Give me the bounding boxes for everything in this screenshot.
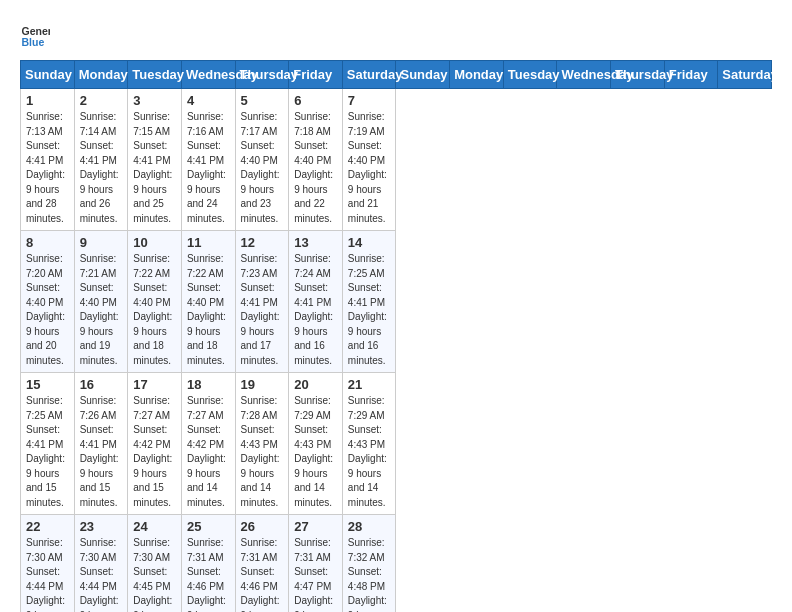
col-header-friday: Friday	[664, 61, 718, 89]
day-number: 25	[187, 519, 230, 534]
col-header-sunday: Sunday	[396, 61, 450, 89]
day-number: 7	[348, 93, 391, 108]
calendar-cell: 10 Sunrise: 7:22 AMSunset: 4:40 PMDaylig…	[128, 231, 182, 373]
day-number: 11	[187, 235, 230, 250]
day-info: Sunrise: 7:31 AMSunset: 4:47 PMDaylight:…	[294, 537, 333, 612]
col-header-thursday: Thursday	[235, 61, 289, 89]
day-number: 14	[348, 235, 391, 250]
calendar-header-row: SundayMondayTuesdayWednesdayThursdayFrid…	[21, 61, 772, 89]
calendar-cell: 3 Sunrise: 7:15 AMSunset: 4:41 PMDayligh…	[128, 89, 182, 231]
day-number: 5	[241, 93, 284, 108]
calendar-table: SundayMondayTuesdayWednesdayThursdayFrid…	[20, 60, 772, 612]
calendar-cell: 1 Sunrise: 7:13 AMSunset: 4:41 PMDayligh…	[21, 89, 75, 231]
calendar-cell: 23 Sunrise: 7:30 AMSunset: 4:44 PMDaylig…	[74, 515, 128, 613]
day-info: Sunrise: 7:25 AMSunset: 4:41 PMDaylight:…	[26, 395, 65, 508]
calendar-cell: 21 Sunrise: 7:29 AMSunset: 4:43 PMDaylig…	[342, 373, 396, 515]
calendar-cell: 4 Sunrise: 7:16 AMSunset: 4:41 PMDayligh…	[181, 89, 235, 231]
day-info: Sunrise: 7:16 AMSunset: 4:41 PMDaylight:…	[187, 111, 226, 224]
day-number: 22	[26, 519, 69, 534]
day-number: 9	[80, 235, 123, 250]
calendar-cell: 5 Sunrise: 7:17 AMSunset: 4:40 PMDayligh…	[235, 89, 289, 231]
calendar-cell: 17 Sunrise: 7:27 AMSunset: 4:42 PMDaylig…	[128, 373, 182, 515]
day-info: Sunrise: 7:24 AMSunset: 4:41 PMDaylight:…	[294, 253, 333, 366]
day-number: 6	[294, 93, 337, 108]
day-info: Sunrise: 7:26 AMSunset: 4:41 PMDaylight:…	[80, 395, 119, 508]
calendar-cell: 12 Sunrise: 7:23 AMSunset: 4:41 PMDaylig…	[235, 231, 289, 373]
day-info: Sunrise: 7:31 AMSunset: 4:46 PMDaylight:…	[241, 537, 280, 612]
day-info: Sunrise: 7:23 AMSunset: 4:41 PMDaylight:…	[241, 253, 280, 366]
col-header-thursday: Thursday	[611, 61, 665, 89]
calendar-week-row: 1 Sunrise: 7:13 AMSunset: 4:41 PMDayligh…	[21, 89, 772, 231]
calendar-cell: 24 Sunrise: 7:30 AMSunset: 4:45 PMDaylig…	[128, 515, 182, 613]
col-header-wednesday: Wednesday	[181, 61, 235, 89]
col-header-saturday: Saturday	[718, 61, 772, 89]
day-info: Sunrise: 7:17 AMSunset: 4:40 PMDaylight:…	[241, 111, 280, 224]
day-number: 26	[241, 519, 284, 534]
day-info: Sunrise: 7:29 AMSunset: 4:43 PMDaylight:…	[294, 395, 333, 508]
calendar-cell: 14 Sunrise: 7:25 AMSunset: 4:41 PMDaylig…	[342, 231, 396, 373]
day-info: Sunrise: 7:28 AMSunset: 4:43 PMDaylight:…	[241, 395, 280, 508]
col-header-tuesday: Tuesday	[503, 61, 557, 89]
day-number: 16	[80, 377, 123, 392]
day-info: Sunrise: 7:30 AMSunset: 4:45 PMDaylight:…	[133, 537, 172, 612]
day-info: Sunrise: 7:19 AMSunset: 4:40 PMDaylight:…	[348, 111, 387, 224]
day-number: 10	[133, 235, 176, 250]
logo: General Blue	[20, 20, 54, 50]
day-number: 17	[133, 377, 176, 392]
calendar-cell: 6 Sunrise: 7:18 AMSunset: 4:40 PMDayligh…	[289, 89, 343, 231]
svg-text:Blue: Blue	[22, 36, 45, 48]
calendar-cell: 2 Sunrise: 7:14 AMSunset: 4:41 PMDayligh…	[74, 89, 128, 231]
calendar-cell: 11 Sunrise: 7:22 AMSunset: 4:40 PMDaylig…	[181, 231, 235, 373]
day-number: 12	[241, 235, 284, 250]
calendar-cell: 8 Sunrise: 7:20 AMSunset: 4:40 PMDayligh…	[21, 231, 75, 373]
day-number: 19	[241, 377, 284, 392]
calendar-cell: 22 Sunrise: 7:30 AMSunset: 4:44 PMDaylig…	[21, 515, 75, 613]
day-number: 27	[294, 519, 337, 534]
day-number: 13	[294, 235, 337, 250]
day-number: 18	[187, 377, 230, 392]
day-info: Sunrise: 7:15 AMSunset: 4:41 PMDaylight:…	[133, 111, 172, 224]
col-header-monday: Monday	[450, 61, 504, 89]
calendar-cell: 28 Sunrise: 7:32 AMSunset: 4:48 PMDaylig…	[342, 515, 396, 613]
day-number: 1	[26, 93, 69, 108]
day-number: 15	[26, 377, 69, 392]
day-number: 28	[348, 519, 391, 534]
calendar-cell: 20 Sunrise: 7:29 AMSunset: 4:43 PMDaylig…	[289, 373, 343, 515]
day-info: Sunrise: 7:13 AMSunset: 4:41 PMDaylight:…	[26, 111, 65, 224]
day-info: Sunrise: 7:25 AMSunset: 4:41 PMDaylight:…	[348, 253, 387, 366]
day-info: Sunrise: 7:27 AMSunset: 4:42 PMDaylight:…	[187, 395, 226, 508]
day-number: 8	[26, 235, 69, 250]
day-info: Sunrise: 7:30 AMSunset: 4:44 PMDaylight:…	[26, 537, 65, 612]
day-info: Sunrise: 7:20 AMSunset: 4:40 PMDaylight:…	[26, 253, 65, 366]
calendar-cell: 18 Sunrise: 7:27 AMSunset: 4:42 PMDaylig…	[181, 373, 235, 515]
day-number: 4	[187, 93, 230, 108]
day-info: Sunrise: 7:27 AMSunset: 4:42 PMDaylight:…	[133, 395, 172, 508]
day-info: Sunrise: 7:30 AMSunset: 4:44 PMDaylight:…	[80, 537, 119, 612]
col-header-saturday: Saturday	[342, 61, 396, 89]
calendar-cell: 19 Sunrise: 7:28 AMSunset: 4:43 PMDaylig…	[235, 373, 289, 515]
calendar-cell: 15 Sunrise: 7:25 AMSunset: 4:41 PMDaylig…	[21, 373, 75, 515]
day-number: 24	[133, 519, 176, 534]
col-header-monday: Monday	[74, 61, 128, 89]
calendar-cell: 13 Sunrise: 7:24 AMSunset: 4:41 PMDaylig…	[289, 231, 343, 373]
day-info: Sunrise: 7:22 AMSunset: 4:40 PMDaylight:…	[133, 253, 172, 366]
calendar-week-row: 15 Sunrise: 7:25 AMSunset: 4:41 PMDaylig…	[21, 373, 772, 515]
calendar-week-row: 22 Sunrise: 7:30 AMSunset: 4:44 PMDaylig…	[21, 515, 772, 613]
day-info: Sunrise: 7:21 AMSunset: 4:40 PMDaylight:…	[80, 253, 119, 366]
col-header-friday: Friday	[289, 61, 343, 89]
calendar-cell: 7 Sunrise: 7:19 AMSunset: 4:40 PMDayligh…	[342, 89, 396, 231]
day-info: Sunrise: 7:29 AMSunset: 4:43 PMDaylight:…	[348, 395, 387, 508]
day-info: Sunrise: 7:22 AMSunset: 4:40 PMDaylight:…	[187, 253, 226, 366]
col-header-tuesday: Tuesday	[128, 61, 182, 89]
day-number: 2	[80, 93, 123, 108]
calendar-cell: 27 Sunrise: 7:31 AMSunset: 4:47 PMDaylig…	[289, 515, 343, 613]
calendar-cell: 16 Sunrise: 7:26 AMSunset: 4:41 PMDaylig…	[74, 373, 128, 515]
day-number: 20	[294, 377, 337, 392]
day-info: Sunrise: 7:32 AMSunset: 4:48 PMDaylight:…	[348, 537, 387, 612]
calendar-cell: 26 Sunrise: 7:31 AMSunset: 4:46 PMDaylig…	[235, 515, 289, 613]
logo-icon: General Blue	[20, 20, 50, 50]
col-header-wednesday: Wednesday	[557, 61, 611, 89]
col-header-sunday: Sunday	[21, 61, 75, 89]
header: General Blue	[20, 20, 772, 50]
day-number: 21	[348, 377, 391, 392]
